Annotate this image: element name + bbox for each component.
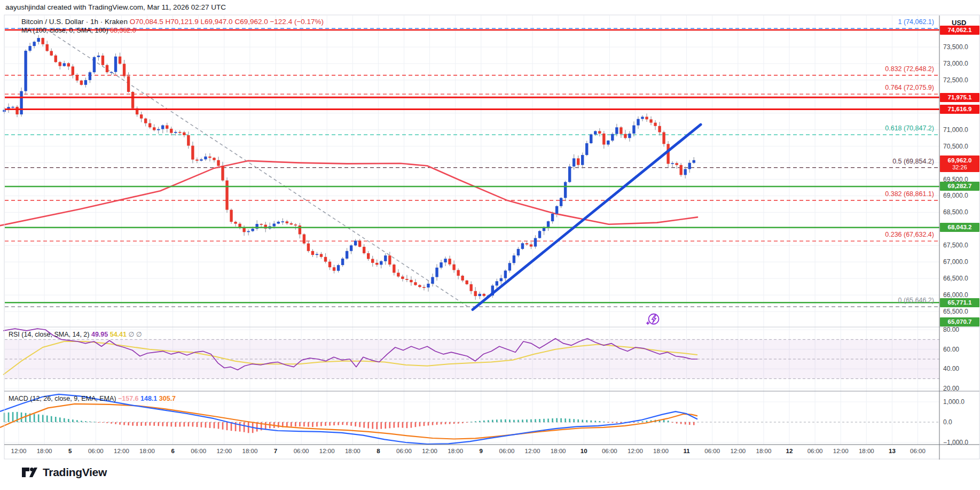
price-level-badge: 71,616.9 <box>940 105 979 114</box>
price-level-badge: 74,062.1 <box>940 26 979 35</box>
time-tick-label: 11 <box>684 448 690 454</box>
fib-level-label: 0.832 (72,648.2) <box>885 65 934 73</box>
price-tick-label: 68,500.0 <box>943 208 968 216</box>
fib-level-label: 0.764 (72,075.9) <box>885 84 934 91</box>
time-tick-label: 06:00 <box>396 448 412 454</box>
time-tick-label: 7 <box>274 448 277 454</box>
rsi-legend-label: RSI (14, close, SMA, 14, 2) <box>9 331 89 338</box>
macd-legend: MACD (12, 26, close, 9, EMA, EMA) −157.6… <box>9 395 176 402</box>
ohlc-open: O70,084.5 <box>130 18 163 26</box>
time-tick-label: 12:00 <box>216 448 232 454</box>
time-tick-label: 5 <box>68 448 72 454</box>
rsi-empty-set-icons: ∅ ∅ <box>128 331 142 338</box>
price-tick-label: 67,500.0 <box>943 242 968 249</box>
macd-legend-label: MACD (12, 26, close, 9, EMA, EMA) <box>9 395 116 402</box>
time-tick-label: 18:00 <box>448 448 463 454</box>
time-tick-label: 12:00 <box>525 448 540 454</box>
price-tick-label: 73,500.0 <box>943 43 968 51</box>
fib-level-label: 0 (65,646.2) <box>898 297 934 304</box>
current-price-badge: 69,962.032:26 <box>940 155 979 172</box>
lightning-idea-marker[interactable] <box>646 314 658 325</box>
fib-level-label: 1 (74,062.1) <box>898 18 934 26</box>
price-level-badge: 68,043.2 <box>940 223 979 232</box>
price-tick-label: 72,500.0 <box>943 76 968 84</box>
time-tick-label: 12:00 <box>730 448 746 454</box>
time-tick-label: 18:00 <box>756 448 772 454</box>
tradingview-logo[interactable]: TradingView <box>21 465 107 480</box>
bar-countdown: 32:26 <box>940 164 979 171</box>
time-tick-label: 12:00 <box>833 448 849 454</box>
rsi-value: 49.95 <box>91 331 108 338</box>
price-level-badge: 65,070.7 <box>940 317 979 326</box>
price-level-badge: 71,975.1 <box>940 93 979 102</box>
rsi-tick-label: 80.00 <box>943 326 959 333</box>
rsi-tick-label: 20.00 <box>943 385 959 392</box>
time-tick-label: 06:00 <box>704 448 720 454</box>
price-tick-label: 69,000.0 <box>943 192 968 199</box>
time-tick-label: 06:00 <box>499 448 515 454</box>
tradingview-logo-text: TradingView <box>43 466 107 479</box>
time-tick-label: 8 <box>377 448 380 454</box>
price-tick-label: 71,000.0 <box>943 126 968 134</box>
fib-level-label: 0.5 (69,854.2) <box>892 158 934 165</box>
time-tick-label: 12:00 <box>422 448 437 454</box>
symbol-legend: Bitcoin / U.S. Dollar · 1h · Kraken O70,… <box>21 18 324 26</box>
rsi-sma-value: 54.41 <box>110 331 127 338</box>
time-tick-label: 18:00 <box>37 448 52 454</box>
fib-level-label: 0.236 (67,632.4) <box>885 231 934 238</box>
rsi-legend: RSI (14, close, SMA, 14, 2) 49.95 54.41 … <box>9 330 142 338</box>
time-tick-label: 06:00 <box>88 448 104 454</box>
ohlc-high: H70,121.9 <box>165 18 198 26</box>
ohlc-low: L69,947.0 <box>201 18 233 26</box>
tradingview-logo-icon <box>21 465 37 480</box>
time-tick-label: 12 <box>786 448 793 454</box>
time-tick-label: 18:00 <box>139 448 155 454</box>
symbol-title: Bitcoin / U.S. Dollar <box>21 18 84 26</box>
time-tick-label: 06:00 <box>602 448 617 454</box>
time-tick-label: 13 <box>889 448 896 454</box>
macd-tick-label: 1,000.0 <box>943 398 965 406</box>
tradingview-chart-page: aayushjindal created with TradingView.co… <box>0 0 980 490</box>
time-tick-label: 10 <box>581 448 587 454</box>
time-tick-label: 18:00 <box>551 448 566 454</box>
time-tick-label: 6 <box>171 448 174 454</box>
time-tick-label: 12:00 <box>114 448 129 454</box>
ohlc-close: C69,962.0 <box>234 18 268 26</box>
macd-tick-label: 0.0 <box>943 418 952 426</box>
time-tick-label: 06:00 <box>807 448 823 454</box>
ma-legend-label: MA (100, close, 0, SMA, 100) <box>21 27 108 34</box>
ma-legend: MA (100, close, 0, SMA, 100) 68,362.0 <box>21 27 136 34</box>
macd-signal-value: 305.7 <box>159 395 176 402</box>
price-level-badge: 69,282.7 <box>940 182 979 191</box>
price-level-badge: 65,771.1 <box>940 298 979 307</box>
fib-level-label: 0.382 (68,861.1) <box>885 190 934 198</box>
price-tick-label: 70,500.0 <box>943 143 968 150</box>
macd-tick-label: −1,000.0 <box>943 439 968 446</box>
exchange-label: Kraken <box>105 18 128 26</box>
time-tick-label: 18:00 <box>242 448 258 454</box>
price-tick-label: 73,000.0 <box>943 60 968 67</box>
price-tick-label: 65,500.0 <box>943 308 968 315</box>
time-tick-label: 9 <box>480 448 483 454</box>
ma-legend-value: 68,362.0 <box>110 27 136 34</box>
rsi-tick-label: 60.00 <box>943 346 959 353</box>
rsi-tick-label: 40.00 <box>943 365 959 372</box>
time-tick-label: 18:00 <box>653 448 669 454</box>
price-tick-label: 66,000.0 <box>943 291 968 299</box>
time-tick-label: 12:00 <box>11 448 27 454</box>
attribution-text: aayushjindal created with TradingView.co… <box>5 3 226 11</box>
interval-label: 1h <box>90 18 98 26</box>
change-value: −122.4 (−0.17%) <box>270 18 324 26</box>
macd-hist-value: −157.6 <box>118 395 139 402</box>
time-tick-label: 12:00 <box>319 448 335 454</box>
time-tick-label: 06:00 <box>294 448 309 454</box>
time-tick-label: 12:00 <box>628 448 643 454</box>
time-tick-label: 18:00 <box>859 448 874 454</box>
price-tick-label: 66,500.0 <box>943 275 968 282</box>
macd-line-value: 148.1 <box>140 395 157 402</box>
price-tick-label: 67,000.0 <box>943 258 968 266</box>
time-tick-label: 18:00 <box>345 448 360 454</box>
chart-canvas[interactable] <box>0 0 980 490</box>
time-tick-label: 06:00 <box>191 448 206 454</box>
time-tick-label: 06:00 <box>910 448 926 454</box>
